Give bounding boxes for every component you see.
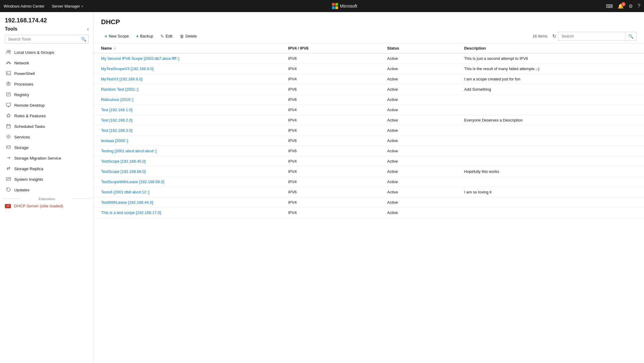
scope-link[interactable]: Testing [2001:abcd:abcd:abcd::] (101, 149, 157, 153)
cell-description: Everyone Deserves a Description (457, 115, 644, 125)
scope-link[interactable]: TestScope [192.168.66.0] (101, 169, 146, 174)
scope-link[interactable]: Ridiculous [2010::] (101, 97, 133, 102)
search-input[interactable] (558, 32, 625, 40)
sidebar-item-remote-desktop[interactable]: Remote Desktop (0, 100, 94, 111)
sidebar-item-roles-features[interactable]: Roles & Features (0, 111, 94, 121)
backup-label: Backup (140, 34, 153, 38)
cell-status: Active (380, 167, 457, 177)
scope-link[interactable]: Random Test [2001::] (101, 87, 138, 92)
scope-link[interactable]: My Second IPV6 Scope [2002:db7:abce:ffff… (101, 56, 179, 61)
cell-ipv: IPV4 (281, 197, 380, 208)
search-submit-button[interactable]: 🔍 (625, 32, 636, 41)
cell-description: This is just a second attempt to IPV6 (457, 53, 644, 64)
cell-name: Ridiculous [2010::] (94, 95, 281, 105)
sidebar-item-system-insights[interactable]: System Insights (0, 174, 94, 185)
content-area: DHCP + New Scope + Backup ✎ Edit 🗑 Delet… (94, 12, 644, 363)
cell-name: Testv6 [2001:db8:abcd:12::] (94, 187, 281, 197)
cell-status: Active (380, 74, 457, 84)
scope-link[interactable]: TestWithLease [192.168.44.0] (101, 200, 153, 205)
col-header-ipv[interactable]: IPV4 / IPV6 (281, 44, 380, 53)
col-ipv-label: IPV4 / IPV6 (288, 46, 308, 50)
cell-name: MyTestScopeV3 [192.168.8.0] (94, 64, 281, 74)
sidebar-item-services-label: Services (14, 135, 30, 139)
table-row: MyTestScopeV3 [192.168.8.0] IPV4 Active … (94, 64, 644, 74)
col-header-name[interactable]: Name ↑ (94, 44, 281, 53)
sidebar-item-storage-replica[interactable]: Storage Replica (0, 164, 94, 174)
server-manager-label: Server Manager (52, 4, 80, 8)
updates-icon (6, 187, 11, 193)
new-scope-plus-icon: + (105, 34, 107, 39)
refresh-button[interactable]: ↻ (550, 31, 558, 41)
cell-name: Testing [2001:abcd:abcd:abcd::] (94, 146, 281, 156)
svg-line-6 (8, 63, 10, 63)
sidebar-item-storage-migration[interactable]: Storage Migration Service (0, 153, 94, 164)
cell-ipv: IPV4 (281, 74, 380, 84)
scope-link[interactable]: Test [192.168.1.0] (101, 108, 132, 112)
cell-description (457, 156, 644, 167)
backup-plus-icon: + (136, 34, 139, 39)
network-icon (6, 60, 11, 66)
svg-line-5 (7, 63, 8, 63)
microsoft-logo: Microsoft (332, 3, 357, 9)
help-icon[interactable]: ? (638, 3, 640, 9)
processes-icon (6, 81, 11, 87)
storage-replica-icon (6, 166, 11, 172)
topbar-center: Microsoft (83, 3, 606, 9)
new-scope-button[interactable]: + New Scope (101, 32, 133, 41)
cell-status: Active (380, 95, 457, 105)
scope-link[interactable]: Test [192.168.2.0] (101, 118, 132, 122)
registry-icon (6, 92, 11, 98)
sidebar-search-wrap: 🔍 (5, 35, 89, 44)
terminal-icon[interactable]: ⌨ (606, 3, 613, 9)
scope-link[interactable]: TestScopeWithLease [192.168.56.0] (101, 180, 164, 184)
scope-link[interactable]: MyTestV3 [192.168.6.0] (101, 77, 143, 81)
sidebar-item-processes-label: Processes (14, 82, 33, 86)
storage-migration-icon (6, 155, 11, 161)
cell-ipv: IPV6 (281, 136, 380, 146)
sidebar-item-services[interactable]: Services (0, 132, 94, 142)
sidebar-item-scheduled-tasks[interactable]: Scheduled Tasks (0, 121, 94, 132)
cell-status: Active (380, 53, 457, 64)
sidebar-item-storage-replica-label: Storage Replica (14, 167, 43, 171)
refresh-icon: ↻ (552, 34, 556, 39)
cell-name: testaaa [2000::] (94, 136, 281, 146)
notification-icon[interactable]: 🔔 (618, 3, 624, 9)
table-header: Name ↑ IPV4 / IPV6 Status Description (94, 44, 644, 53)
edit-button[interactable]: ✎ Edit (157, 32, 176, 41)
sidebar-item-network[interactable]: Network (0, 58, 94, 68)
settings-icon[interactable]: ⚙ (629, 3, 633, 9)
scope-link[interactable]: Testv6 [2001:db8:abcd:12::] (101, 190, 150, 194)
col-header-description[interactable]: Description (457, 44, 644, 53)
cell-status: Active (380, 156, 457, 167)
table-row: Test [192.168.1.0] IPV4 Active (94, 105, 644, 115)
sidebar-item-dhcp-server[interactable]: 🖵 DHCP Server (side loaded) (0, 201, 94, 211)
sidebar-item-powershell[interactable]: PowerShell (0, 68, 94, 79)
scope-link[interactable]: TestScope [192.168.45.0] (101, 159, 146, 164)
cell-ipv: IPV6 (281, 187, 380, 197)
backup-button[interactable]: + Backup (133, 32, 157, 41)
scope-link[interactable]: MyTestScopeV3 [192.168.8.0] (101, 66, 153, 71)
sidebar-collapse-button[interactable]: ‹ (87, 27, 89, 31)
col-header-status[interactable]: Status (380, 44, 457, 53)
delete-button[interactable]: 🗑 Delete (176, 32, 201, 41)
sidebar-item-registry[interactable]: Registry (0, 89, 94, 100)
powershell-icon (6, 71, 11, 76)
sidebar-item-updates[interactable]: Updates (0, 185, 94, 195)
sidebar-item-storage[interactable]: Storage (0, 142, 94, 153)
delete-trash-icon: 🗑 (180, 34, 184, 39)
sidebar-item-processes[interactable]: Processes (0, 79, 94, 89)
server-manager-menu[interactable]: Server Manager ∨ (52, 4, 83, 8)
sidebar-item-network-label: Network (14, 61, 29, 65)
sidebar-search-input[interactable] (5, 35, 89, 44)
scope-link[interactable]: testaaa [2000::] (101, 138, 128, 143)
server-ip-title: 192.168.174.42 (5, 17, 89, 24)
cell-name: Test [192.168.1.0] (94, 105, 281, 115)
cell-ipv: IPV6 (281, 95, 380, 105)
cell-name: Test [192.168.3.0] (94, 125, 281, 136)
sidebar-item-local-users[interactable]: Local Users & Groups (0, 47, 94, 58)
scope-link[interactable]: This is a test scope [192.168.17.0] (101, 210, 161, 215)
table-row: Ridiculous [2010::] IPV6 Active (94, 95, 644, 105)
scope-link[interactable]: Test [192.168.3.0] (101, 128, 132, 133)
cell-status: Active (380, 64, 457, 74)
cell-name: TestScope [192.168.45.0] (94, 156, 281, 167)
